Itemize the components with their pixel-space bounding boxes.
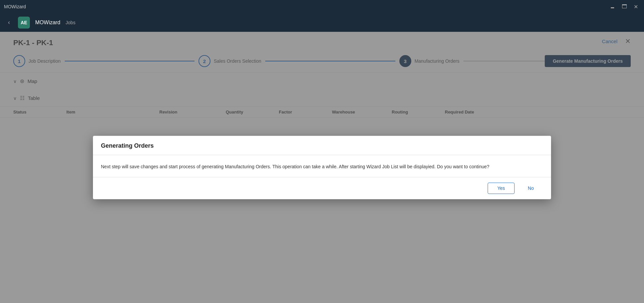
titlebar-left: MOWizard	[4, 4, 26, 9]
dialog-no-button[interactable]: No	[519, 183, 543, 194]
dialog-message: Next step will save changes and start pr…	[101, 163, 543, 170]
dialog-title-bar: Generating Orders	[93, 136, 551, 155]
maximize-button[interactable]: 🗖	[620, 3, 629, 10]
app-logo: AE	[18, 17, 30, 29]
titlebar-controls: 🗕 🗖 ✕	[608, 3, 640, 11]
app-title: MOWizard	[35, 20, 60, 26]
generating-orders-dialog: Generating Orders Next step will save ch…	[93, 136, 551, 199]
titlebar-app-name: MOWizard	[4, 4, 26, 9]
app-subtitle: Jobs	[66, 20, 76, 25]
minimize-button[interactable]: 🗕	[608, 3, 617, 10]
main-background: ✕ PK-1 - PK-1 Cancel 1 Job Description 2…	[0, 32, 644, 303]
logo-text: AE	[21, 20, 27, 25]
back-button[interactable]: ‹	[5, 18, 13, 27]
window-close-button[interactable]: ✕	[632, 3, 640, 11]
navbar: ‹ AE MOWizard Jobs	[0, 13, 644, 32]
titlebar: MOWizard 🗕 🗖 ✕	[0, 0, 644, 13]
dialog-yes-button[interactable]: Yes	[488, 183, 515, 194]
dialog-footer: Yes No	[93, 177, 551, 199]
dialog-title: Generating Orders	[101, 142, 154, 149]
dialog-body: Next step will save changes and start pr…	[93, 155, 551, 177]
